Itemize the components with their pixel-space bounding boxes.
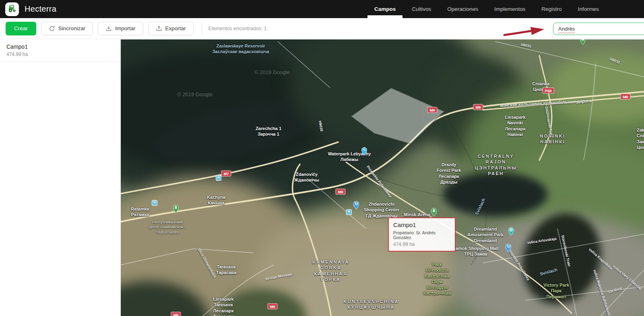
toolbar: Crear Sincronizar Importar: [0, 18, 644, 39]
field-tooltip: Campo1 Propietario: Sr. Andrés González …: [388, 217, 456, 252]
tractor-logo-icon: [7, 4, 17, 15]
results-count: Elementos encontrados: 1: [208, 26, 267, 31]
import-button[interactable]: Importar: [98, 22, 143, 35]
header: Hecterra CamposCultivosOperacionesImplem…: [0, 0, 644, 18]
export-icon: [156, 25, 162, 32]
tooltip-area: 474.99 ha: [393, 242, 450, 247]
water-pin[interactable]: [361, 146, 368, 157]
tooltip-owner: Propietario: Sr. Andrés González: [393, 230, 450, 240]
roads-layer: [121, 39, 644, 316]
tooltip-title: Campo1: [393, 221, 450, 228]
app-logo[interactable]: [5, 2, 19, 16]
fields-sidebar: Campo1474.99 ha: [0, 39, 121, 316]
field-area: 474.99 ha: [6, 52, 114, 57]
satellite-map[interactable]: © 2019 Google© 2019 Google Zaslawskaye R…: [121, 39, 644, 316]
tab-informes[interactable]: Informes: [578, 0, 599, 18]
cart-pin[interactable]: [353, 200, 360, 211]
bus-icon[interactable]: [346, 209, 352, 217]
import-icon: [105, 25, 112, 32]
sync-button[interactable]: Sincronizar: [41, 22, 93, 35]
export-label: Exportar: [165, 25, 186, 31]
green-pin[interactable]: [430, 207, 438, 218]
field-polygon[interactable]: [351, 88, 444, 144]
export-button[interactable]: Exportar: [148, 22, 194, 35]
sidebar-list: Campo1474.99 ha: [0, 39, 121, 62]
tab-cultivos[interactable]: Cultivos: [412, 0, 431, 18]
bus-icon[interactable]: [216, 175, 221, 182]
tab-campos[interactable]: Campos: [374, 0, 396, 18]
field-list-item[interactable]: Campo1474.99 ha: [0, 39, 121, 62]
import-label: Importar: [115, 25, 135, 31]
tab-implementos[interactable]: Implementos: [494, 0, 525, 18]
green-pin[interactable]: [579, 39, 586, 47]
green-pin[interactable]: [172, 204, 180, 215]
search-value: Andrés: [558, 26, 575, 32]
cart-pin[interactable]: [505, 243, 512, 254]
sync-label: Sincronizar: [58, 25, 86, 31]
nav-tabs: CamposCultivosOperacionesImplementosRegi…: [374, 0, 644, 18]
refresh-icon: [49, 25, 55, 32]
hecterra-app: Hecterra CamposCultivosOperacionesImplem…: [0, 0, 644, 316]
page-title: Hecterra: [25, 4, 56, 14]
field-name: Campo1: [6, 43, 114, 50]
ferris-pin[interactable]: [508, 226, 515, 238]
tab-registro[interactable]: Registro: [541, 0, 561, 18]
bus-icon[interactable]: [152, 200, 157, 207]
annotation-arrow: [502, 25, 547, 39]
search-input[interactable]: Andrés: [553, 23, 644, 35]
toolbar-divider: [202, 22, 202, 35]
create-button[interactable]: Crear: [6, 22, 36, 35]
tab-operaciones[interactable]: Operaciones: [447, 0, 478, 18]
